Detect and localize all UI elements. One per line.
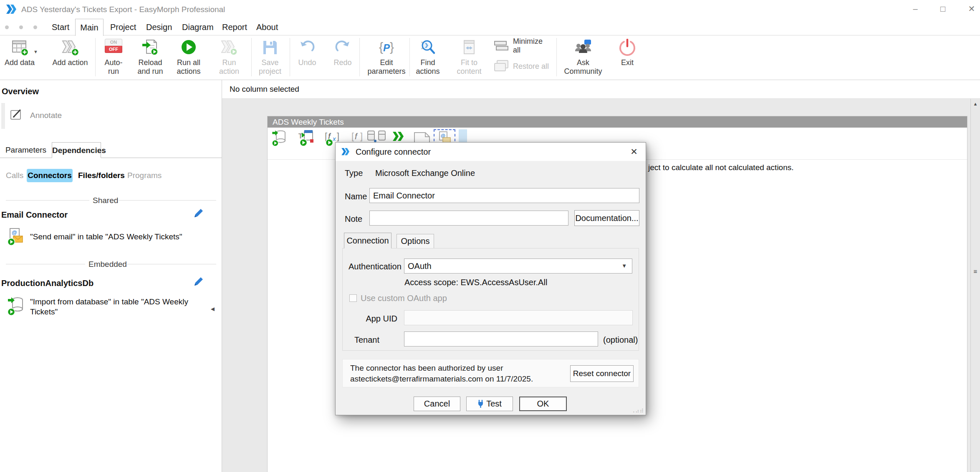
ribbon-separator [556,38,557,76]
usage-text: "Import from database" in table "ADS Wee… [30,297,205,317]
type-value: Microsoft Exchange Online [375,168,475,178]
shared-divider-line [119,200,216,201]
test-button[interactable]: Test [466,397,513,411]
menu-report[interactable]: Report [220,19,250,35]
import-database-action-icon[interactable] [271,129,288,147]
menu-diagram[interactable]: Diagram [179,19,216,35]
dialog-title-bar[interactable]: Configure connector ✕ [336,143,646,161]
quick-access-dot[interactable] [5,25,9,29]
authentication-select[interactable]: OAuth ▼ [404,259,632,274]
subtab-programs[interactable]: Programs [127,169,162,182]
save-project-icon [261,39,279,56]
run-action-button[interactable]: Run action [211,35,248,79]
find-actions-button[interactable]: Find actions [411,35,445,79]
use-custom-oauth-label: Use custom OAuth app [361,294,447,303]
annotate-selection-strip [1,103,5,129]
edit-pencil-icon[interactable] [193,208,204,218]
connector-name-production[interactable]: ProductionAnalyticsDb [1,279,93,288]
vertical-scrollbar[interactable]: ▲ ≡ [970,99,980,472]
menu-main[interactable]: Main [75,19,104,36]
add-data-button[interactable]: Add data [0,35,39,79]
subtab-files-folders[interactable]: Files/folders [78,169,125,182]
tab-connection[interactable]: Connection [344,233,391,249]
sidebar-collapse-arrow[interactable]: ◄ [210,305,216,312]
menu-about[interactable]: About [254,19,280,35]
usage-text: "Send email" in table "ADS Weekly Ticket… [30,232,214,242]
subtab-connectors[interactable]: Connectors [27,169,73,182]
table-title-bar[interactable]: ADS Weekly Tickets [268,116,967,128]
annotate-item[interactable]: Annotate [8,106,209,126]
tab-options[interactable]: Options [397,234,434,249]
run-all-actions-button[interactable]: Run all actions [170,35,207,79]
fit-to-content-button[interactable]: Fit to content [450,35,488,79]
dialog-title: Configure connector [356,143,431,161]
restore-all-button[interactable]: Restore all [494,59,555,77]
app-uid-label: App UID [361,314,397,324]
authorized-text-line1: The connector has been authorized by use… [350,363,503,374]
auto-run-toggle[interactable]: ON OFF Auto- run [98,35,129,79]
undo-button[interactable]: Undo [291,35,323,79]
sidebar-tab-row: Parameters Dependencies [0,142,222,158]
window-arrange-group: Minimize all Restore all [494,37,555,79]
app-uid-input[interactable] [404,310,633,325]
minimize-all-icon [494,40,509,51]
exit-button[interactable]: Exit [609,35,645,79]
minimize-window-button[interactable]: – [904,0,927,18]
generate-calendar-action-icon[interactable]: T [298,129,314,147]
overview-heading: Overview [2,87,39,96]
tab-dependencies[interactable]: Dependencies [52,142,101,158]
minimize-all-button[interactable]: Minimize all [494,37,555,56]
fit-to-content-icon [460,39,478,56]
maximize-window-button[interactable]: □ [931,0,955,18]
optional-label: (optional) [603,335,638,345]
menu-design[interactable]: Design [144,19,174,35]
auto-run-icon: ON OFF [105,39,122,56]
redo-button[interactable]: Redo [327,35,359,79]
edit-parameters-icon: {P} [372,39,401,56]
title-bar: ADS Yesterday's Tickets Export - EasyMor… [0,0,980,19]
close-window-button[interactable]: ✕ [960,0,980,18]
menu-start[interactable]: Start [49,19,72,35]
authorized-info-strip: The connector has been authorized by use… [342,359,639,387]
find-actions-icon [419,39,437,56]
tab-parameters[interactable]: Parameters [0,142,52,158]
use-custom-oauth-checkbox[interactable] [349,294,357,302]
add-data-dropdown-caret[interactable]: ▼ [33,49,38,54]
add-action-button[interactable]: Add action [50,35,90,79]
ok-button[interactable]: OK [519,397,567,411]
sidebar: Overview Annotate Parameters Dependencie… [0,80,222,472]
splitter-grip-icon[interactable]: ≡ [971,268,980,275]
dialog-close-icon[interactable]: ✕ [626,145,642,158]
annotate-label: Annotate [30,111,62,120]
reset-connector-button[interactable]: Reset connector [570,365,634,382]
menu-project[interactable]: Project [108,19,139,35]
connector-usage-import-db[interactable]: "Import from database" in table "ADS Wee… [6,294,215,324]
add-action-icon [61,39,79,56]
ribbon-separator [251,38,252,76]
connector-name-email[interactable]: Email Connector [1,210,68,220]
access-scope-text: Access scope: EWS.AccessAsUser.All [404,278,547,287]
save-project-button[interactable]: Save project [253,35,288,79]
chevron-down-icon: ▼ [621,259,627,273]
scroll-up-arrow[interactable]: ▲ [971,101,980,106]
subtab-calls[interactable]: Calls [6,169,23,182]
table-notice-text: ject to calculate all not calculated act… [648,163,794,172]
easymorph-window: ADS Yesterday's Tickets Export - EasyMor… [0,0,980,472]
tenant-input[interactable] [404,331,598,346]
cancel-button[interactable]: Cancel [414,397,460,411]
reload-and-run-button[interactable]: Reload and run [130,35,170,79]
quick-access-dot[interactable] [19,25,23,29]
edit-pencil-icon[interactable] [193,276,204,287]
svg-text:[: [ [351,131,354,141]
quick-access-dot[interactable] [33,25,37,29]
run-all-actions-icon [180,39,197,56]
dialog-resize-grip[interactable]: ⠠⠴⠾ [631,408,644,414]
exit-icon [619,39,636,56]
connector-usage-send-email[interactable]: @ "Send email" in table "ADS Weekly Tick… [6,227,215,249]
edit-parameters-button[interactable]: {P} Edit parameters [361,35,412,79]
name-input[interactable] [369,188,639,203]
note-input[interactable] [369,211,568,226]
ask-community-icon [574,39,592,56]
documentation-button[interactable]: Documentation... [574,210,639,226]
ask-community-button[interactable]: Ask Community [559,35,607,79]
